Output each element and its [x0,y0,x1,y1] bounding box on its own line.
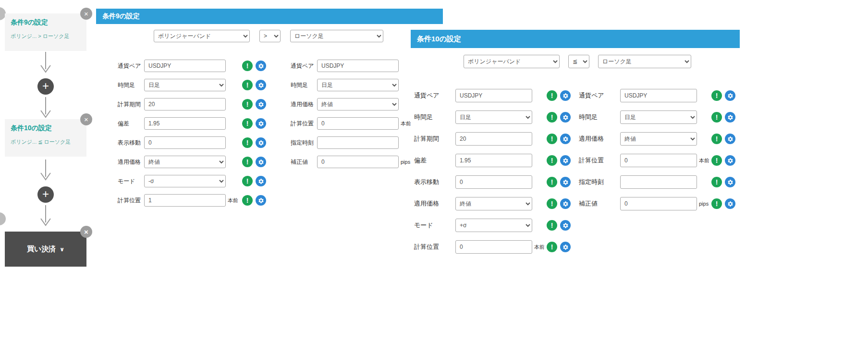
gear-icon[interactable] [725,134,735,144]
field-input[interactable] [317,156,399,168]
alert-icon[interactable]: ! [547,90,557,101]
field-select[interactable]: +σ [455,219,532,232]
alert-icon[interactable]: ! [242,61,253,71]
alert-icon[interactable]: ! [242,118,253,129]
buy-settlement-button[interactable]: 買い決済 ∨ × [5,232,86,267]
gear-icon[interactable] [725,90,735,101]
indicator-select[interactable]: ボリンジャーバンド [464,55,560,68]
close-icon[interactable]: × [80,226,92,238]
gear-icon[interactable] [256,118,266,129]
alert-icon[interactable]: ! [547,112,557,123]
field-select[interactable]: 日足 [144,79,226,91]
close-icon[interactable]: × [80,113,92,125]
gear-icon[interactable] [256,137,266,148]
add-condition-button[interactable]: + [37,78,54,95]
alert-icon[interactable]: ! [711,177,722,187]
field-input[interactable] [144,117,226,130]
alert-icon[interactable]: ! [547,177,557,187]
field-input[interactable] [455,240,532,254]
close-icon[interactable] [0,212,6,225]
gear-icon[interactable] [560,177,571,187]
operator-select[interactable]: > [259,30,281,42]
alert-icon[interactable]: ! [547,198,557,209]
field-label: 偏差 [414,156,455,165]
alert-icon[interactable]: ! [547,220,557,231]
close-icon[interactable]: × [80,8,92,20]
alert-icon[interactable]: ! [711,155,722,166]
field-select[interactable]: -σ [144,175,226,187]
alert-icon[interactable]: ! [547,134,557,144]
target-select[interactable]: ローソク足 [290,30,383,42]
gear-icon[interactable] [560,242,571,252]
gear-icon[interactable] [725,177,735,187]
add-condition-button[interactable]: + [37,186,54,203]
field-input[interactable] [317,117,399,130]
alert-icon[interactable]: ! [547,155,557,166]
target-select[interactable]: ローソク足 [598,55,691,68]
operator-select[interactable]: ≦ [568,55,589,68]
field-input[interactable] [144,136,226,149]
alert-icon[interactable]: ! [242,195,253,206]
field-select[interactable]: 終値 [455,197,532,210]
field-input[interactable] [455,89,532,102]
alert-icon[interactable]: ! [242,176,253,186]
alert-icon[interactable]: ! [711,134,722,144]
field-label: 計算位置 [579,156,620,165]
field-select[interactable]: 終値 [144,156,226,168]
field-input[interactable] [455,154,532,167]
gear-icon[interactable] [256,176,266,186]
field-input[interactable] [620,154,697,167]
gear-icon[interactable] [560,198,571,209]
field-input[interactable] [144,60,226,72]
card-subtitle: ボリンジ... ≦ ローソク足 [11,138,81,146]
field-select[interactable]: 日足 [317,79,399,91]
gear-icon[interactable] [560,134,571,144]
gear-icon[interactable] [560,155,571,166]
gear-icon[interactable] [560,112,571,123]
field-input[interactable] [144,98,226,110]
field-input[interactable] [317,136,399,149]
alert-icon[interactable]: ! [711,198,722,209]
field-suffix: 本前 [697,157,711,164]
field-select[interactable]: 終値 [620,132,697,146]
alert-icon[interactable]: ! [242,99,253,110]
alert-icon[interactable]: ! [242,137,253,148]
field-input[interactable] [144,194,226,207]
field-label: 偏差 [118,120,144,128]
gear-icon[interactable] [256,99,266,110]
field-row: 計算期間! [118,98,266,110]
gear-icon[interactable] [256,80,266,90]
field-input[interactable] [455,132,532,146]
gear-icon[interactable] [560,220,571,231]
field-label: 計算期間 [414,135,455,143]
field-input[interactable] [317,60,399,72]
field-input[interactable] [620,89,697,102]
field-row: 偏差! [414,154,571,167]
gear-icon[interactable] [725,155,735,166]
condition-card-9[interactable]: 条件9の設定 ボリンジ... > ローソク足 × [5,13,86,51]
chevron-down-icon: ∨ [60,246,64,253]
gear-icon[interactable] [256,195,266,206]
field-label: 通貨ペア [579,91,620,100]
condition-card-10[interactable]: 条件10の設定 ボリンジ... ≦ ローソク足 × [5,119,86,157]
alert-icon[interactable]: ! [547,242,557,252]
gear-icon[interactable] [256,157,266,167]
alert-icon[interactable]: ! [711,90,722,101]
field-label: 適用価格 [118,158,144,166]
field-input[interactable] [620,197,697,210]
gear-icon[interactable] [725,112,735,123]
alert-icon[interactable]: ! [242,157,253,167]
field-input[interactable] [455,175,532,189]
alert-icon[interactable]: ! [242,80,253,90]
alert-icon[interactable]: ! [711,112,722,123]
field-label: 通貨ペア [118,62,144,70]
field-select[interactable]: 終値 [317,98,399,110]
field-input[interactable] [620,175,697,189]
indicator-select[interactable]: ボリンジャーバンド [154,30,250,42]
field-select[interactable]: 日足 [620,110,697,124]
gear-icon[interactable] [560,90,571,101]
gear-icon[interactable] [256,61,266,71]
field-label: 適用価格 [414,199,455,208]
gear-icon[interactable] [725,198,735,209]
field-select[interactable]: 日足 [455,110,532,124]
